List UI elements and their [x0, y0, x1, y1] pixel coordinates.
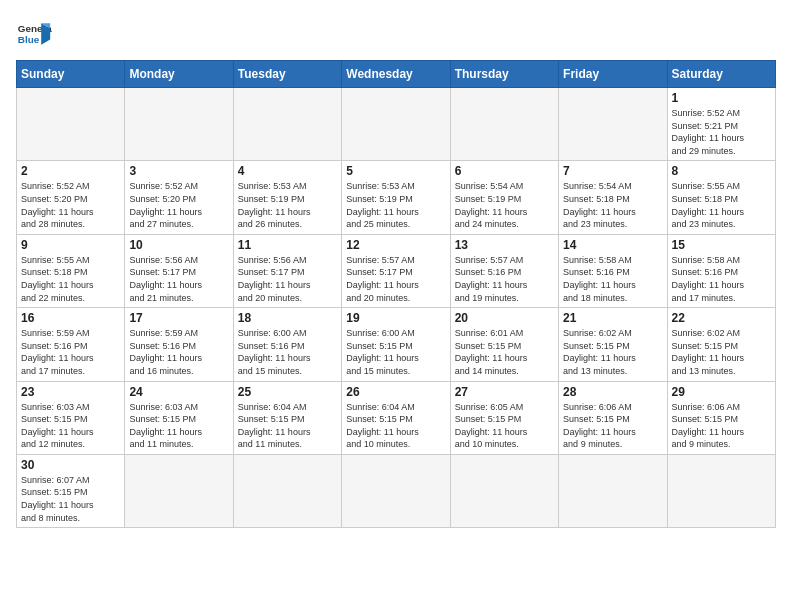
day-number: 2 [21, 164, 120, 178]
day-cell [559, 454, 667, 527]
day-info: Sunrise: 5:57 AM Sunset: 5:17 PM Dayligh… [346, 254, 445, 304]
calendar: SundayMondayTuesdayWednesdayThursdayFrid… [16, 60, 776, 528]
day-header-thursday: Thursday [450, 61, 558, 88]
day-cell [342, 454, 450, 527]
day-header-saturday: Saturday [667, 61, 775, 88]
day-number: 11 [238, 238, 337, 252]
week-row-0: 1Sunrise: 5:52 AM Sunset: 5:21 PM Daylig… [17, 88, 776, 161]
day-number: 24 [129, 385, 228, 399]
day-info: Sunrise: 5:55 AM Sunset: 5:18 PM Dayligh… [21, 254, 120, 304]
day-info: Sunrise: 6:04 AM Sunset: 5:15 PM Dayligh… [346, 401, 445, 451]
day-info: Sunrise: 6:05 AM Sunset: 5:15 PM Dayligh… [455, 401, 554, 451]
day-number: 16 [21, 311, 120, 325]
day-cell: 29Sunrise: 6:06 AM Sunset: 5:15 PM Dayli… [667, 381, 775, 454]
day-cell: 16Sunrise: 5:59 AM Sunset: 5:16 PM Dayli… [17, 308, 125, 381]
day-cell [233, 88, 341, 161]
day-cell: 6Sunrise: 5:54 AM Sunset: 5:19 PM Daylig… [450, 161, 558, 234]
svg-text:Blue: Blue [18, 34, 40, 45]
day-cell [667, 454, 775, 527]
day-cell: 8Sunrise: 5:55 AM Sunset: 5:18 PM Daylig… [667, 161, 775, 234]
day-number: 18 [238, 311, 337, 325]
day-info: Sunrise: 6:00 AM Sunset: 5:15 PM Dayligh… [346, 327, 445, 377]
day-cell: 20Sunrise: 6:01 AM Sunset: 5:15 PM Dayli… [450, 308, 558, 381]
day-number: 20 [455, 311, 554, 325]
day-number: 19 [346, 311, 445, 325]
day-number: 21 [563, 311, 662, 325]
day-cell: 1Sunrise: 5:52 AM Sunset: 5:21 PM Daylig… [667, 88, 775, 161]
day-number: 13 [455, 238, 554, 252]
day-info: Sunrise: 5:52 AM Sunset: 5:20 PM Dayligh… [129, 180, 228, 230]
day-number: 26 [346, 385, 445, 399]
day-info: Sunrise: 5:58 AM Sunset: 5:16 PM Dayligh… [672, 254, 771, 304]
day-cell: 22Sunrise: 6:02 AM Sunset: 5:15 PM Dayli… [667, 308, 775, 381]
day-number: 30 [21, 458, 120, 472]
day-cell [17, 88, 125, 161]
day-cell: 9Sunrise: 5:55 AM Sunset: 5:18 PM Daylig… [17, 234, 125, 307]
day-cell: 4Sunrise: 5:53 AM Sunset: 5:19 PM Daylig… [233, 161, 341, 234]
day-cell: 13Sunrise: 5:57 AM Sunset: 5:16 PM Dayli… [450, 234, 558, 307]
day-cell [559, 88, 667, 161]
header-row: SundayMondayTuesdayWednesdayThursdayFrid… [17, 61, 776, 88]
day-number: 23 [21, 385, 120, 399]
day-info: Sunrise: 5:56 AM Sunset: 5:17 PM Dayligh… [129, 254, 228, 304]
day-info: Sunrise: 5:57 AM Sunset: 5:16 PM Dayligh… [455, 254, 554, 304]
day-number: 10 [129, 238, 228, 252]
day-cell: 23Sunrise: 6:03 AM Sunset: 5:15 PM Dayli… [17, 381, 125, 454]
day-number: 15 [672, 238, 771, 252]
day-info: Sunrise: 6:06 AM Sunset: 5:15 PM Dayligh… [672, 401, 771, 451]
day-cell: 3Sunrise: 5:52 AM Sunset: 5:20 PM Daylig… [125, 161, 233, 234]
day-cell [450, 88, 558, 161]
day-cell: 28Sunrise: 6:06 AM Sunset: 5:15 PM Dayli… [559, 381, 667, 454]
day-info: Sunrise: 5:59 AM Sunset: 5:16 PM Dayligh… [129, 327, 228, 377]
day-cell: 19Sunrise: 6:00 AM Sunset: 5:15 PM Dayli… [342, 308, 450, 381]
day-info: Sunrise: 5:52 AM Sunset: 5:20 PM Dayligh… [21, 180, 120, 230]
day-cell: 24Sunrise: 6:03 AM Sunset: 5:15 PM Dayli… [125, 381, 233, 454]
day-cell: 15Sunrise: 5:58 AM Sunset: 5:16 PM Dayli… [667, 234, 775, 307]
day-number: 5 [346, 164, 445, 178]
day-number: 3 [129, 164, 228, 178]
day-info: Sunrise: 5:53 AM Sunset: 5:19 PM Dayligh… [238, 180, 337, 230]
day-cell: 25Sunrise: 6:04 AM Sunset: 5:15 PM Dayli… [233, 381, 341, 454]
day-number: 9 [21, 238, 120, 252]
day-number: 22 [672, 311, 771, 325]
day-cell [125, 88, 233, 161]
day-info: Sunrise: 6:00 AM Sunset: 5:16 PM Dayligh… [238, 327, 337, 377]
day-info: Sunrise: 6:02 AM Sunset: 5:15 PM Dayligh… [563, 327, 662, 377]
week-row-5: 30Sunrise: 6:07 AM Sunset: 5:15 PM Dayli… [17, 454, 776, 527]
day-info: Sunrise: 5:52 AM Sunset: 5:21 PM Dayligh… [672, 107, 771, 157]
day-info: Sunrise: 5:58 AM Sunset: 5:16 PM Dayligh… [563, 254, 662, 304]
day-number: 14 [563, 238, 662, 252]
day-number: 8 [672, 164, 771, 178]
day-cell: 2Sunrise: 5:52 AM Sunset: 5:20 PM Daylig… [17, 161, 125, 234]
day-cell: 12Sunrise: 5:57 AM Sunset: 5:17 PM Dayli… [342, 234, 450, 307]
day-info: Sunrise: 5:53 AM Sunset: 5:19 PM Dayligh… [346, 180, 445, 230]
day-number: 29 [672, 385, 771, 399]
day-cell: 7Sunrise: 5:54 AM Sunset: 5:18 PM Daylig… [559, 161, 667, 234]
day-cell: 27Sunrise: 6:05 AM Sunset: 5:15 PM Dayli… [450, 381, 558, 454]
week-row-2: 9Sunrise: 5:55 AM Sunset: 5:18 PM Daylig… [17, 234, 776, 307]
day-cell: 11Sunrise: 5:56 AM Sunset: 5:17 PM Dayli… [233, 234, 341, 307]
day-cell: 18Sunrise: 6:00 AM Sunset: 5:16 PM Dayli… [233, 308, 341, 381]
day-number: 4 [238, 164, 337, 178]
day-cell: 14Sunrise: 5:58 AM Sunset: 5:16 PM Dayli… [559, 234, 667, 307]
day-number: 1 [672, 91, 771, 105]
day-cell [342, 88, 450, 161]
day-info: Sunrise: 6:06 AM Sunset: 5:15 PM Dayligh… [563, 401, 662, 451]
day-info: Sunrise: 5:54 AM Sunset: 5:18 PM Dayligh… [563, 180, 662, 230]
day-number: 7 [563, 164, 662, 178]
week-row-4: 23Sunrise: 6:03 AM Sunset: 5:15 PM Dayli… [17, 381, 776, 454]
logo-icon: General Blue [16, 16, 52, 52]
day-header-wednesday: Wednesday [342, 61, 450, 88]
day-cell: 10Sunrise: 5:56 AM Sunset: 5:17 PM Dayli… [125, 234, 233, 307]
day-header-tuesday: Tuesday [233, 61, 341, 88]
day-cell: 21Sunrise: 6:02 AM Sunset: 5:15 PM Dayli… [559, 308, 667, 381]
week-row-1: 2Sunrise: 5:52 AM Sunset: 5:20 PM Daylig… [17, 161, 776, 234]
day-info: Sunrise: 5:59 AM Sunset: 5:16 PM Dayligh… [21, 327, 120, 377]
day-info: Sunrise: 5:56 AM Sunset: 5:17 PM Dayligh… [238, 254, 337, 304]
day-cell [233, 454, 341, 527]
day-header-sunday: Sunday [17, 61, 125, 88]
day-number: 12 [346, 238, 445, 252]
day-cell [450, 454, 558, 527]
day-cell [125, 454, 233, 527]
day-info: Sunrise: 5:54 AM Sunset: 5:19 PM Dayligh… [455, 180, 554, 230]
